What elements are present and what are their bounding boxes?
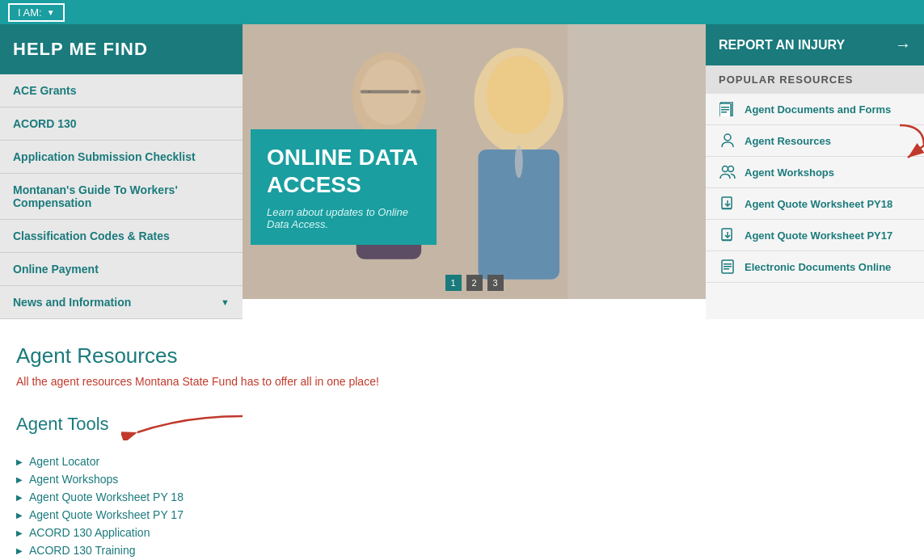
person-icon [719,133,736,148]
agent-workshops-link[interactable]: Agent Workshops [29,473,118,486]
hero-dot-3[interactable]: 3 [487,275,504,291]
bullet-arrow-icon: ▶ [16,511,23,520]
hero-dot-2[interactable]: 2 [466,275,483,291]
subtitle-end: has to offer all in one place! [238,375,379,388]
download-icon-2 [719,228,736,242]
agent-locator-link[interactable]: Agent Locator [29,455,99,468]
acord-130-app-link[interactable]: ACORD 130 Application [29,526,150,539]
svg-rect-32 [724,266,732,267]
bullet-arrow-icon: ▶ [16,475,23,484]
sidebar-item-ace-grants[interactable]: ACE Grants [0,74,243,107]
sidebar-item-classification-codes[interactable]: Classification Codes & Rates [0,220,243,253]
resource-label: Agent Workshops [745,166,834,179]
subtitle-plain: All the agent resources [16,375,135,388]
sidebar-item-acord-130[interactable]: ACORD 130 [0,107,243,141]
section-title-text: Agent Tools [16,414,109,435]
svg-rect-11 [567,24,706,299]
list-item-agent-locator: ▶ Agent Locator [16,453,908,470]
agent-quote-py17-link[interactable]: Agent Quote Worksheet PY 17 [29,508,184,521]
dropdown-arrow-icon: ▼ [47,8,55,17]
sidebar-item-news-info[interactable]: News and Information ▼ [0,286,243,319]
sidebar-item-label: ACE Grants [13,84,77,97]
top-bar: I AM: ▼ [0,0,924,24]
report-injury-label: REPORT AN INJURY [719,38,845,53]
list-item-agent-workshops: ▶ Agent Workshops [16,470,908,488]
hero-subtitle: Learn about updates to Online Data Acces… [267,206,420,230]
svg-point-10 [515,145,523,178]
svg-rect-4 [361,91,370,94]
page-subtitle: All the agent resources Montana State Fu… [16,375,908,388]
download-icon [719,196,736,211]
bullet-arrow-icon: ▶ [16,457,23,466]
svg-rect-5 [411,91,420,94]
list-item-acord-130-app: ▶ ACORD 130 Application [16,524,908,541]
arrow-right-icon: → [895,36,911,54]
report-injury-button[interactable]: REPORT AN INJURY → [706,24,924,65]
hero-pagination: 1 2 3 [445,275,504,291]
svg-point-8 [487,56,551,134]
sidebar-item-label: ACORD 130 [13,117,77,130]
list-item-agent-quote-py17: ▶ Agent Quote Worksheet PY 17 [16,506,908,524]
hero-banner: ONLINE DATA ACCESS Learn about updates t… [243,24,706,299]
i-am-button[interactable]: I AM: ▼ [8,3,65,22]
docs-icon [719,102,736,116]
svg-point-20 [724,134,731,141]
popular-resources-header: POPULAR RESOURCES [706,65,924,94]
resource-label: Agent Quote Worksheet PY18 [745,198,892,210]
list-item-agent-quote-py18: ▶ Agent Quote Worksheet PY 18 [16,488,908,506]
resource-item-electronic-docs[interactable]: Electronic Documents Online [706,251,924,283]
agent-tools-list: ▶ Agent Locator ▶ Agent Workshops ▶ Agen… [16,453,908,560]
svg-rect-27 [722,229,732,240]
resource-item-agent-docs-forms[interactable]: Agent Documents and Forms [706,94,924,125]
svg-rect-18 [721,109,729,111]
resource-label: Agent Documents and Forms [745,103,891,116]
content-area: Agent Resources All the agent resources … [0,319,924,560]
page-title: Agent Resources [16,343,908,368]
resource-label: Agent Quote Worksheet PY17 [745,229,892,242]
svg-rect-19 [721,112,727,113]
bullet-arrow-icon: ▶ [16,493,23,502]
hero-overlay: ONLINE DATA ACCESS Learn about updates t… [251,129,437,245]
sidebar-item-montanan-guide[interactable]: Montanan's Guide To Workers' Compensatio… [0,174,243,220]
main-container: HELP ME FIND ACE Grants ACORD 130 Applic… [0,24,924,319]
sidebar-item-label: News and Information [13,296,131,309]
svg-rect-33 [724,268,729,270]
sidebar-item-online-payment[interactable]: Online Payment [0,253,243,286]
sidebar-item-app-submission[interactable]: Application Submission Checklist [0,141,243,174]
svg-rect-3 [369,91,409,94]
resource-item-agent-quote-py18[interactable]: Agent Quote Worksheet PY18 [706,188,924,220]
resource-item-agent-workshops[interactable]: Agent Workshops [706,157,924,188]
workshop-icon [719,165,736,179]
resource-item-agent-resources-wrapper: Agent Resources [706,125,924,157]
svg-point-23 [728,166,734,172]
agent-quote-py18-link[interactable]: Agent Quote Worksheet PY 18 [29,491,184,503]
resource-item-agent-resources[interactable]: Agent Resources [706,125,924,157]
sidebar-item-label: Online Payment [13,263,99,276]
i-am-label: I AM: [18,6,42,19]
right-sidebar: REPORT AN INJURY → POPULAR RESOURCES Age… [706,24,924,319]
svg-rect-31 [724,263,732,265]
list-item-acord-130-training: ▶ ACORD 130 Training [16,541,908,559]
sidebar-item-label: Classification Codes & Rates [13,229,170,242]
bullet-arrow-icon: ▶ [16,528,23,537]
acord-130-training-link[interactable]: ACORD 130 Training [29,544,136,557]
sidebar-item-label: Application Submission Checklist [13,150,196,163]
subtitle-highlight: Montana State Fund [135,375,238,388]
left-sidebar: HELP ME FIND ACE Grants ACORD 130 Applic… [0,24,243,319]
dropdown-arrow-icon: ▼ [221,297,230,307]
agent-tools-header: Agent Tools [16,408,908,440]
hero-dot-1[interactable]: 1 [445,275,462,291]
sidebar-header: HELP ME FIND [0,24,243,74]
red-arrow-content-annotation [121,408,251,440]
hero-title: ONLINE DATA ACCESS [267,144,420,198]
edoc-icon [719,259,736,274]
sidebar-item-label: Montanan's Guide To Workers' Compensatio… [13,183,178,209]
resource-item-agent-quote-py17[interactable]: Agent Quote Worksheet PY17 [706,220,924,251]
svg-rect-17 [721,107,729,108]
svg-point-22 [723,166,728,172]
svg-rect-24 [722,197,732,208]
resource-label: Agent Resources [745,135,831,147]
bullet-arrow-icon: ▶ [16,546,23,555]
resource-label: Electronic Documents Online [745,261,891,273]
